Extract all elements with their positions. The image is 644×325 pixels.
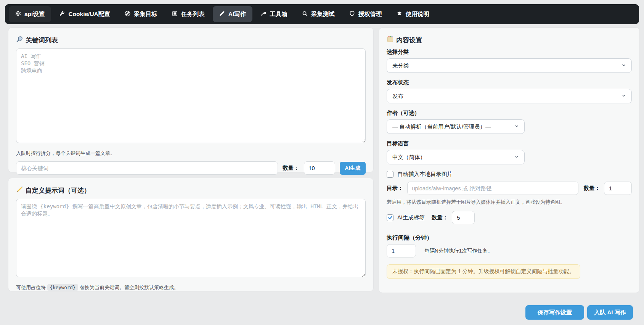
prompt-card-title: 自定义提示词（可选） xyxy=(16,186,366,195)
tab-license[interactable]: 授权管理 xyxy=(343,6,389,22)
auto-insert-images-label: 自动插入本地目录图片 xyxy=(397,171,453,178)
tags-quantity-input[interactable] xyxy=(452,211,475,224)
interval-row: 每隔N分钟执行1次写作任务。 xyxy=(387,244,632,257)
tab-label: 采集测试 xyxy=(311,10,335,18)
tab-label: api设置 xyxy=(24,10,45,18)
tab-label: 授权管理 xyxy=(358,10,382,18)
author-label: 作者（可选） xyxy=(387,109,632,117)
tab-label: AI写作 xyxy=(228,10,246,18)
author-select[interactable]: — 自动解析（当前用户/默认/管理员）— xyxy=(387,119,525,134)
trending-arrow-icon xyxy=(260,11,266,18)
prompt-helper-text: 可使用占位符 {keyword} 替换为当前关键词。留空则按默认策略生成。 xyxy=(16,284,366,291)
chevron-down-icon xyxy=(622,93,626,99)
auto-insert-images-row: 自动插入本地目录图片 xyxy=(387,171,632,178)
right-column: 内容设置 选择分类 未分类 发布状态 发布 作者（可选） — 自动解析（当前用户… xyxy=(379,27,640,293)
interval-label: 执行间隔（分钟） xyxy=(387,234,632,241)
ai-tags-row: AI生成标签 数量： xyxy=(387,211,632,224)
top-navbar: api设置 Cookie/UA配置 采集目标 任务列表 AI写作 工具箱 采集测… xyxy=(5,4,639,24)
category-label: 选择分类 xyxy=(387,48,632,56)
prompt-textarea[interactable] xyxy=(16,199,366,277)
tab-label: 使用说明 xyxy=(406,10,429,18)
license-warning-banner: 未授权：执行间隔已固定为 1 分钟。升级授权可解锁自定义间隔与批量功能。 xyxy=(387,264,580,279)
status-select[interactable]: 发布 xyxy=(387,89,632,103)
image-directory-row: 目录： 数量： xyxy=(387,182,632,195)
compass-icon xyxy=(125,11,130,18)
keyword-generate-row: 数量： AI生成 xyxy=(16,161,366,175)
card-index-emoji-icon xyxy=(387,35,394,45)
tab-task-list[interactable]: 任务列表 xyxy=(165,6,211,22)
chevron-down-icon xyxy=(514,124,519,130)
tab-help[interactable]: 使用说明 xyxy=(390,6,436,22)
tab-label: 工具箱 xyxy=(270,10,287,18)
keywords-textarea[interactable] xyxy=(16,48,366,143)
custom-prompt-card: 自定义提示词（可选） 可使用占位符 {keyword} 替换为当前关键词。留空则… xyxy=(8,178,374,291)
footer-actions: 保存写作设置 入队 AI 写作 xyxy=(0,293,644,320)
keyword-list-card: 关键词列表 入队时按行拆分，每个关键词生成一篇文章。 数量： AI生成 xyxy=(8,27,374,172)
left-column: 关键词列表 入队时按行拆分，每个关键词生成一篇文章。 数量： AI生成 自定义提… xyxy=(8,27,374,291)
pencil-icon xyxy=(219,11,225,18)
ai-tags-checkbox[interactable] xyxy=(387,214,393,221)
wrench-icon xyxy=(59,11,65,18)
main-content: 关键词列表 入队时按行拆分，每个关键词生成一篇文章。 数量： AI生成 自定义提… xyxy=(0,24,644,293)
graduation-cap-icon xyxy=(397,11,402,18)
tab-collect-target[interactable]: 采集目标 xyxy=(118,6,164,22)
shield-icon xyxy=(349,11,355,18)
status-label: 发布状态 xyxy=(387,79,632,86)
keyword-card-title: 关键词列表 xyxy=(16,35,366,45)
tab-cookie-ua[interactable]: Cookie/UA配置 xyxy=(53,6,116,22)
content-card-title: 内容设置 xyxy=(387,35,632,45)
interval-helper-text: 每隔N分钟执行1次写作任务。 xyxy=(424,248,493,254)
core-keyword-input[interactable] xyxy=(16,161,278,175)
language-label: 目标语言 xyxy=(387,140,632,147)
chevron-down-icon xyxy=(622,63,626,69)
ai-generate-button[interactable]: AI生成 xyxy=(340,162,366,175)
tab-label: Cookie/UA配置 xyxy=(68,10,110,18)
tab-label: 任务列表 xyxy=(181,10,205,18)
language-select[interactable]: 中文（简体） xyxy=(387,150,525,164)
keyword-quantity-input[interactable] xyxy=(304,161,335,175)
directory-quantity-label: 数量： xyxy=(584,185,601,192)
tab-api-settings[interactable]: api设置 xyxy=(9,6,51,22)
keyword-placeholder-chip: {keyword} xyxy=(47,284,79,291)
directory-quantity-input[interactable] xyxy=(604,182,632,195)
tab-label: 采集目标 xyxy=(134,10,157,18)
quantity-label: 数量： xyxy=(283,164,299,172)
save-settings-button[interactable]: 保存写作设置 xyxy=(525,305,584,320)
tab-collect-test[interactable]: 采集测试 xyxy=(296,6,341,22)
magnifier-emoji-icon xyxy=(16,35,23,45)
list-icon xyxy=(172,11,178,18)
directory-helper-text: 若启用，将从该目录随机选择若干图片导入媒体库并插入正文，首张设为特色图。 xyxy=(387,199,632,206)
enqueue-ai-writing-button[interactable]: 入队 AI 写作 xyxy=(587,305,633,320)
tab-ai-writing[interactable]: AI写作 xyxy=(213,6,253,22)
ai-tags-label: AI生成标签 xyxy=(397,214,425,221)
tab-toolbox[interactable]: 工具箱 xyxy=(254,6,294,22)
gear-icon xyxy=(15,11,21,18)
content-settings-card: 内容设置 选择分类 未分类 发布状态 发布 作者（可选） — 自动解析（当前用户… xyxy=(379,27,640,293)
image-directory-input[interactable] xyxy=(407,182,578,195)
search-icon xyxy=(302,11,308,18)
chevron-down-icon xyxy=(514,154,519,160)
category-select[interactable]: 未分类 xyxy=(387,58,632,73)
interval-input[interactable] xyxy=(387,244,416,257)
writing-hand-emoji-icon xyxy=(16,186,23,195)
auto-insert-images-checkbox[interactable] xyxy=(387,171,393,178)
keywords-helper-text: 入队时按行拆分，每个关键词生成一篇文章。 xyxy=(16,150,366,157)
directory-label: 目录： xyxy=(387,185,403,192)
tags-quantity-label: 数量： xyxy=(432,214,448,221)
